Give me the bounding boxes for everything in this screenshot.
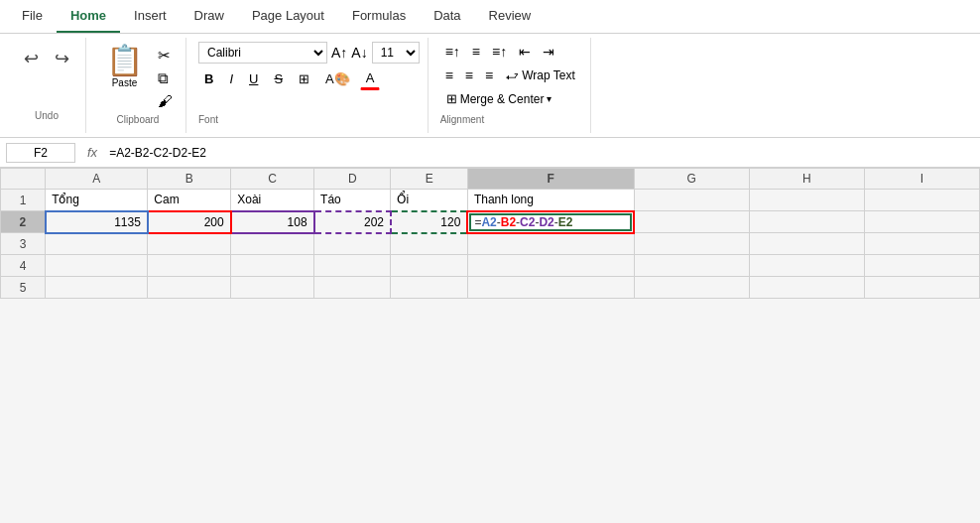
cell-b1[interactable]: Cam xyxy=(148,190,231,211)
cell-g3[interactable] xyxy=(634,233,749,255)
merge-center-button[interactable]: ⊞ Merge & Center ▾ xyxy=(440,89,558,108)
cell-i4[interactable] xyxy=(864,255,979,277)
align-top-center-btn[interactable]: ≡ xyxy=(467,42,485,62)
cell-h2[interactable] xyxy=(749,211,864,233)
cell-c3[interactable] xyxy=(231,233,314,255)
row-header-5[interactable]: 5 xyxy=(1,277,46,299)
col-header-a[interactable]: A xyxy=(46,169,148,190)
paste-button[interactable]: 📋 Paste xyxy=(100,42,149,92)
row-header-2[interactable]: 2 xyxy=(1,211,46,233)
cell-a3[interactable] xyxy=(46,233,148,255)
align-right-btn[interactable]: ≡ xyxy=(480,65,498,85)
cell-f2-active[interactable]: =A2-B2-C2-D2-E2 xyxy=(467,211,634,233)
cell-h5[interactable] xyxy=(749,277,864,299)
cell-b3[interactable] xyxy=(148,233,231,255)
merge-dropdown-icon[interactable]: ▾ xyxy=(547,93,551,104)
font-family-select[interactable]: Calibri xyxy=(198,42,327,64)
undo-buttons: ↩ ↪ xyxy=(18,46,75,71)
cell-e3[interactable] xyxy=(391,233,467,255)
tab-file[interactable]: File xyxy=(8,0,57,33)
format-painter-button[interactable]: 🖌 xyxy=(155,91,176,110)
tab-formulas[interactable]: Formulas xyxy=(338,0,420,33)
tab-review[interactable]: Review xyxy=(475,0,546,33)
col-header-g[interactable]: G xyxy=(634,169,749,190)
undo-button[interactable]: ↩ xyxy=(18,46,45,71)
underline-button[interactable]: U xyxy=(243,68,264,89)
col-header-b[interactable]: B xyxy=(148,169,231,190)
align-center-btn[interactable]: ≡ xyxy=(460,65,478,85)
col-header-d[interactable]: D xyxy=(314,169,391,190)
cell-b4[interactable] xyxy=(148,255,231,277)
cell-f1[interactable]: Thanh long xyxy=(467,190,634,211)
cell-h1[interactable] xyxy=(749,190,864,211)
cell-f4[interactable] xyxy=(467,255,634,277)
align-top-right-btn[interactable]: ≡↑ xyxy=(487,42,512,62)
cell-a1[interactable]: Tổng xyxy=(46,190,148,211)
cell-d3[interactable] xyxy=(314,233,391,255)
col-header-f[interactable]: F xyxy=(467,169,634,190)
tab-draw[interactable]: Draw xyxy=(181,0,238,33)
redo-button[interactable]: ↪ xyxy=(49,46,75,71)
copy-button[interactable]: ⧉ xyxy=(155,68,176,88)
cell-i3[interactable] xyxy=(864,233,979,255)
strikethrough-button[interactable]: S xyxy=(268,68,289,89)
cell-e1[interactable]: Ổi xyxy=(391,190,467,211)
col-header-c[interactable]: C xyxy=(231,169,314,190)
wrap-text-button[interactable]: ⮐ Wrap Text xyxy=(500,66,581,85)
cell-h3[interactable] xyxy=(749,233,864,255)
tab-page-layout[interactable]: Page Layout xyxy=(238,0,338,33)
font-size-decrease-btn[interactable]: A↓ xyxy=(351,45,367,61)
font-color-button[interactable]: A xyxy=(360,67,381,90)
cell-e5[interactable] xyxy=(391,277,467,299)
col-header-h[interactable]: H xyxy=(749,169,864,190)
bold-button[interactable]: B xyxy=(198,68,219,89)
cell-b5[interactable] xyxy=(148,277,231,299)
cell-d1[interactable]: Táo xyxy=(314,190,391,211)
align-top-left-btn[interactable]: ≡↑ xyxy=(440,42,465,62)
col-header-e[interactable]: E xyxy=(391,169,467,190)
cell-a2[interactable]: 1135 xyxy=(46,211,148,233)
cell-c2[interactable]: 108 xyxy=(231,211,314,233)
align-left-btn[interactable]: ≡ xyxy=(440,65,458,85)
cell-d5[interactable] xyxy=(314,277,391,299)
cell-d2[interactable]: 202 xyxy=(314,211,391,233)
formula-input[interactable] xyxy=(109,146,974,160)
cell-g1[interactable] xyxy=(634,190,749,211)
cell-g5[interactable] xyxy=(634,277,749,299)
cut-button[interactable]: ✂ xyxy=(155,46,176,65)
tab-data[interactable]: Data xyxy=(420,0,474,33)
italic-button[interactable]: I xyxy=(223,68,239,89)
row-header-1[interactable]: 1 xyxy=(1,190,46,211)
cell-e2[interactable]: 120 xyxy=(391,211,467,233)
cell-i5[interactable] xyxy=(864,277,979,299)
cell-g4[interactable] xyxy=(634,255,749,277)
table-row: 3 xyxy=(1,233,980,255)
row-header-4[interactable]: 4 xyxy=(1,255,46,277)
cell-h4[interactable] xyxy=(749,255,864,277)
row-header-3[interactable]: 3 xyxy=(1,233,46,255)
fill-color-button[interactable]: A🎨 xyxy=(319,68,356,89)
col-header-i[interactable]: I xyxy=(864,169,979,190)
cell-a4[interactable] xyxy=(46,255,148,277)
cell-i1[interactable] xyxy=(864,190,979,211)
cell-b2[interactable]: 200 xyxy=(148,211,231,233)
decrease-indent-btn[interactable]: ⇤ xyxy=(514,42,536,62)
ribbon: File Home Insert Draw Page Layout Formul… xyxy=(0,0,980,138)
border-button[interactable]: ⊞ xyxy=(293,68,315,89)
cell-c1[interactable]: Xoài xyxy=(231,190,314,211)
font-size-select[interactable]: 11 xyxy=(372,42,420,64)
cell-i2[interactable] xyxy=(864,211,979,233)
cell-c4[interactable] xyxy=(231,255,314,277)
cell-reference-input[interactable] xyxy=(6,143,75,163)
tab-home[interactable]: Home xyxy=(57,0,120,33)
tab-insert[interactable]: Insert xyxy=(120,0,181,33)
font-size-increase-btn[interactable]: A↑ xyxy=(331,45,347,61)
cell-c5[interactable] xyxy=(231,277,314,299)
cell-g2[interactable] xyxy=(634,211,749,233)
cell-a5[interactable] xyxy=(46,277,148,299)
cell-f3[interactable] xyxy=(467,233,634,255)
cell-d4[interactable] xyxy=(314,255,391,277)
cell-e4[interactable] xyxy=(391,255,467,277)
cell-f5[interactable] xyxy=(467,277,634,299)
increase-indent-btn[interactable]: ⇥ xyxy=(538,42,559,62)
